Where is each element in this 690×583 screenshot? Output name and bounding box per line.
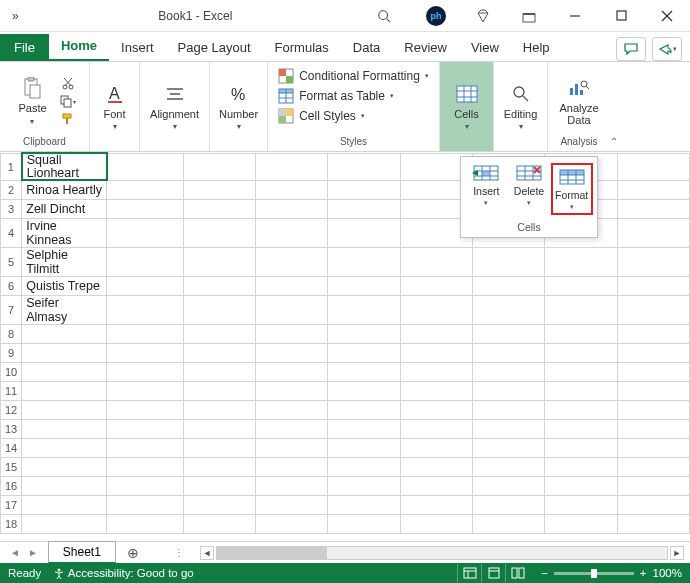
cell[interactable] (107, 400, 183, 419)
cell[interactable] (400, 276, 472, 295)
cell[interactable] (328, 343, 400, 362)
cell[interactable] (328, 324, 400, 343)
scroll-thumb[interactable] (217, 547, 327, 559)
tab-home[interactable]: Home (49, 32, 109, 61)
cell[interactable] (107, 419, 183, 438)
row-header[interactable]: 15 (1, 457, 22, 476)
cell[interactable] (545, 419, 617, 438)
font-button[interactable]: A Font ▾ (95, 80, 135, 133)
accessibility-status[interactable]: Accessibility: Good to go (53, 567, 193, 579)
cell[interactable] (617, 419, 689, 438)
cell[interactable] (255, 218, 327, 247)
cell[interactable] (617, 276, 689, 295)
tab-file[interactable]: File (0, 34, 49, 61)
row-header[interactable]: 2 (1, 180, 22, 199)
cell[interactable] (617, 495, 689, 514)
cell[interactable] (328, 457, 400, 476)
cell-styles-button[interactable]: Cell Styles ▾ (278, 108, 429, 124)
cell[interactable] (472, 343, 544, 362)
cell[interactable] (255, 381, 327, 400)
cell[interactable] (545, 476, 617, 495)
cell[interactable] (472, 457, 544, 476)
cell[interactable] (255, 495, 327, 514)
sheet-nav-next[interactable]: ► (28, 547, 38, 558)
collapse-ribbon-icon[interactable]: ⌃ (610, 136, 622, 148)
cell[interactable] (22, 324, 107, 343)
cell[interactable] (255, 153, 327, 180)
cell[interactable] (400, 419, 472, 438)
cell[interactable] (617, 247, 689, 276)
editing-button[interactable]: Editing ▾ (500, 80, 541, 133)
cell[interactable] (328, 514, 400, 533)
cells-button[interactable]: Cells ▾ (446, 78, 487, 135)
cell[interactable] (183, 438, 255, 457)
cell[interactable] (22, 457, 107, 476)
cell[interactable] (328, 218, 400, 247)
cell[interactable] (107, 153, 183, 180)
cell[interactable]: Zell Dincht (22, 199, 107, 218)
cell[interactable] (22, 514, 107, 533)
cell[interactable] (472, 247, 544, 276)
page-break-view-button[interactable] (505, 564, 529, 582)
cell[interactable] (255, 419, 327, 438)
cell[interactable] (400, 400, 472, 419)
row-header[interactable]: 3 (1, 199, 22, 218)
cell[interactable] (328, 153, 400, 180)
cell[interactable] (22, 362, 107, 381)
row-header[interactable]: 4 (1, 218, 22, 247)
cell[interactable] (472, 295, 544, 324)
normal-view-button[interactable] (457, 564, 481, 582)
cut-icon[interactable] (59, 76, 77, 90)
cell[interactable] (107, 381, 183, 400)
cell[interactable] (328, 180, 400, 199)
cell[interactable]: Seifer Almasy (22, 295, 107, 324)
cell[interactable] (472, 400, 544, 419)
number-button[interactable]: % Number ▾ (216, 80, 261, 133)
tab-page-layout[interactable]: Page Layout (166, 34, 263, 61)
zoom-level[interactable]: 100% (653, 567, 682, 579)
row-header[interactable]: 1 (1, 153, 22, 180)
cell[interactable]: Irvine Kinneas (22, 218, 107, 247)
format-cells-button[interactable]: Format ▾ (551, 163, 593, 215)
cell[interactable] (255, 324, 327, 343)
cell[interactable] (400, 438, 472, 457)
cell[interactable] (545, 514, 617, 533)
cell[interactable] (183, 218, 255, 247)
diamond-icon[interactable] (460, 0, 506, 32)
cell[interactable] (472, 324, 544, 343)
cell[interactable] (617, 324, 689, 343)
tab-data[interactable]: Data (341, 34, 392, 61)
cell[interactable] (183, 381, 255, 400)
cell[interactable] (617, 153, 689, 180)
cell[interactable] (545, 400, 617, 419)
tab-help[interactable]: Help (511, 34, 562, 61)
cell[interactable] (472, 419, 544, 438)
cell[interactable] (472, 438, 544, 457)
cell[interactable] (255, 343, 327, 362)
cell[interactable]: Selphie Tilmitt (22, 247, 107, 276)
cell[interactable] (328, 476, 400, 495)
zoom-out-button[interactable]: − (541, 567, 548, 579)
cell[interactable] (183, 457, 255, 476)
cell[interactable] (183, 180, 255, 199)
cell[interactable] (472, 362, 544, 381)
sheet-nav-prev[interactable]: ◄ (10, 547, 20, 558)
horizontal-scrollbar[interactable]: ⋮ ◄ ► (144, 546, 690, 560)
tab-review[interactable]: Review (392, 34, 459, 61)
cell[interactable] (328, 400, 400, 419)
cell[interactable]: SquallLionheart (22, 153, 107, 180)
cell[interactable] (328, 419, 400, 438)
cell[interactable] (183, 362, 255, 381)
page-layout-view-button[interactable] (481, 564, 505, 582)
row-header[interactable]: 7 (1, 295, 22, 324)
insert-cells-button[interactable]: Insert ▾ (465, 163, 507, 215)
cell[interactable] (400, 457, 472, 476)
cell[interactable] (107, 247, 183, 276)
format-painter-icon[interactable] (59, 112, 77, 126)
cell[interactable] (107, 218, 183, 247)
cell[interactable] (617, 218, 689, 247)
cell[interactable] (255, 400, 327, 419)
cell[interactable] (22, 419, 107, 438)
tab-view[interactable]: View (459, 34, 511, 61)
cell[interactable] (617, 438, 689, 457)
